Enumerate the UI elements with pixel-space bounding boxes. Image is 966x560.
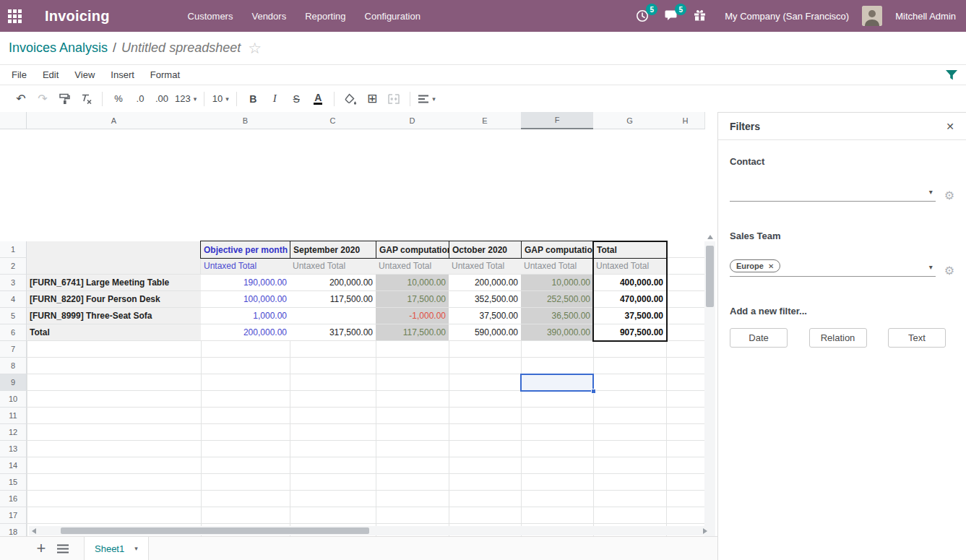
cell-B1[interactable]: Objective per month [201,241,290,258]
menubar-format[interactable]: Format [150,69,180,80]
redo-button[interactable]: ↷ [34,90,51,108]
text-color-button[interactable]: A [309,90,327,108]
cell-B3[interactable]: 190,000.00 [201,275,290,291]
format-percent-button[interactable]: % [110,90,127,108]
scroll-up-arrow-icon[interactable] [707,235,713,239]
cell-D2[interactable]: Untaxed Total [376,258,449,275]
gear-icon[interactable]: ⚙ [944,190,954,202]
cell-F5[interactable]: 36,500.00 [521,308,594,324]
row-label-cell-A3[interactable]: [FURN_6741] Large Meeting Table [27,275,202,291]
row-header-8[interactable]: 8 [0,358,27,374]
cell-G5[interactable]: 37,500.00 [593,308,667,324]
bold-button[interactable]: B [244,90,262,108]
breadcrumb-parent-link[interactable]: Invoices Analysis [9,40,108,56]
increase-decimal-button[interactable]: .00 [153,90,171,108]
cell-B5[interactable]: 1,000.00 [201,308,290,324]
row-header-11[interactable]: 11 [0,408,27,424]
column-header-H[interactable]: H [666,112,705,129]
app-name[interactable]: Invoicing [45,8,110,25]
cell-D3[interactable]: 10,000.00 [376,275,449,291]
cell-F1[interactable]: GAP computation [521,241,593,258]
column-header-B[interactable]: B [201,112,290,129]
cell-G2[interactable]: Untaxed Total [593,258,667,275]
scroll-right-arrow-icon[interactable] [703,528,707,534]
add-filter-text-button[interactable]: Text [888,328,946,348]
cell-A1-A2[interactable] [27,241,201,275]
cell-E5[interactable]: 37,500.00 [449,308,522,324]
row-header-3[interactable]: 3 [0,275,27,291]
merge-cells-button[interactable] [385,90,402,108]
cell-E3[interactable]: 200,000.00 [449,275,522,291]
row-header-4[interactable]: 4 [0,291,27,308]
cell-E1[interactable]: October 2020 [449,241,521,258]
cell-D5[interactable]: -1,000.00 [376,308,449,324]
row-header-17[interactable]: 17 [0,507,27,524]
activities-button[interactable]: 5 [635,7,651,25]
cell-C1[interactable]: September 2020 [290,241,376,258]
cell-E2[interactable]: Untaxed Total [449,258,522,275]
selected-cell-F9[interactable] [520,374,594,392]
cell-B4[interactable]: 100,000.00 [201,291,290,308]
row-header-9[interactable]: 9 [0,374,27,391]
apps-menu-button[interactable] [0,0,29,32]
sheet-list-button[interactable] [52,537,74,560]
cell-E6[interactable]: 590,000.00 [449,324,522,341]
filter-panel-toggle[interactable] [942,66,961,84]
cell-G3[interactable]: 400,000.00 [593,275,667,291]
navbar-menu-reporting[interactable]: Reporting [305,11,345,22]
clear-format-button[interactable] [77,90,95,108]
row-header-18[interactable]: 18 [0,524,27,536]
row-label-cell-A6[interactable]: Total [27,324,202,341]
row-header-5[interactable]: 5 [0,308,27,324]
add-filter-relation-button[interactable]: Relation [809,328,867,348]
borders-button[interactable]: ⊞ [363,90,381,108]
spreadsheet-title[interactable]: Untitled spreadsheet [121,40,241,56]
italic-button[interactable]: I [266,90,283,108]
grid-corner-cell[interactable] [0,112,27,129]
font-size-dropdown[interactable]: 10▾ [212,90,229,108]
cell-D6[interactable]: 117,500.00 [376,324,449,341]
add-sheet-button[interactable]: + [30,537,52,560]
column-header-C[interactable]: C [290,112,376,129]
cell-C4[interactable]: 117,500.00 [290,291,376,308]
rewards-button[interactable] [693,7,707,25]
remove-tag-icon[interactable]: ✕ [768,262,774,270]
row-header-15[interactable]: 15 [0,474,27,491]
decrease-decimal-button[interactable]: .0 [131,90,149,108]
horizontal-scrollbar-thumb[interactable] [61,527,369,534]
row-header-6[interactable]: 6 [0,324,27,341]
cell-B6[interactable]: 200,000.00 [201,324,290,341]
row-header-12[interactable]: 12 [0,424,27,441]
cell-D4[interactable]: 17,500.00 [376,291,449,308]
close-panel-icon[interactable]: ✕ [946,121,954,132]
cell-C5[interactable] [290,308,376,324]
filter-select-contact[interactable]: ▾ [730,184,936,202]
row-header-7[interactable]: 7 [0,341,27,358]
horizontal-scrollbar[interactable] [29,526,710,535]
filter-select-sales-team[interactable]: Europe✕▾ [730,259,936,277]
cell-F3[interactable]: 10,000.00 [521,275,594,291]
cell-C2[interactable]: Untaxed Total [290,258,376,275]
cell-F4[interactable]: 252,500.00 [521,291,594,308]
cell-G6[interactable]: 907,500.00 [593,324,667,341]
navbar-menu-configuration[interactable]: Configuration [365,11,421,22]
messages-button[interactable]: 5 [664,7,680,25]
undo-button[interactable]: ↶ [12,90,30,108]
cell-C3[interactable]: 200,000.00 [290,275,376,291]
menubar-edit[interactable]: Edit [43,69,59,80]
scroll-left-arrow-icon[interactable] [32,528,36,534]
number-format-dropdown[interactable]: 123▾ [175,90,197,108]
cell-D1[interactable]: GAP computation [376,241,449,258]
cell-F6[interactable]: 390,000.00 [521,324,594,341]
fill-color-button[interactable] [342,90,359,108]
row-header-10[interactable]: 10 [0,391,27,408]
column-header-F[interactable]: F [521,112,594,129]
row-label-cell-A5[interactable]: [FURN_8999] Three-Seat Sofa [27,308,202,324]
paint-format-button[interactable] [56,90,73,108]
selection-fill-handle[interactable] [591,389,596,394]
row-header-1[interactable]: 1 [0,241,27,258]
cell-C6[interactable]: 317,500.00 [290,324,376,341]
row-header-2[interactable]: 2 [0,258,27,275]
cell-E4[interactable]: 352,500.00 [449,291,522,308]
horizontal-align-dropdown[interactable]: ▾ [418,90,436,108]
